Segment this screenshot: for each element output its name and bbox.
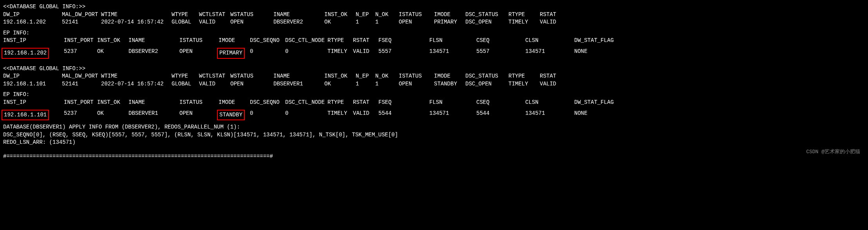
hdr-imode: IMODE bbox=[434, 11, 465, 19]
hdr-instport: INST_PORT bbox=[64, 37, 97, 45]
val-dscctl: 0 bbox=[285, 48, 327, 59]
val-imode: PRIMARY bbox=[434, 18, 465, 26]
val-rstat: VALID bbox=[353, 110, 378, 121]
hdr-dw-ip: DW_IP bbox=[3, 11, 62, 19]
val-dscseq: 0 bbox=[250, 110, 285, 121]
hdr-nok: N_OK bbox=[375, 11, 399, 19]
db-global-title-2: <<DATABASE GLOBAL INFO:>> bbox=[3, 65, 865, 73]
val-istatus: OPEN bbox=[399, 80, 434, 88]
hdr-iname: INAME bbox=[273, 72, 324, 80]
hdr-wtype: WTYPE bbox=[172, 72, 199, 80]
hdr-cseq: CSEQ bbox=[476, 99, 525, 107]
val-dscctl: 0 bbox=[285, 110, 327, 121]
highlight-box: 192.168.1.101 bbox=[2, 110, 49, 121]
val-wtime: 2022-07-14 16:57:42 bbox=[101, 80, 172, 88]
val-wstatus: OPEN bbox=[230, 18, 273, 26]
val-imode-highlighted: STANDBY bbox=[219, 110, 250, 121]
divider-line: #=======================================… bbox=[3, 153, 865, 161]
hdr-imode: IMODE bbox=[219, 37, 250, 45]
val-dscseq: 0 bbox=[250, 48, 285, 59]
hdr-mal: MAL_DW_PORT bbox=[62, 11, 101, 19]
val-rstat: VALID bbox=[353, 48, 378, 59]
val-nep: 1 bbox=[356, 18, 375, 26]
val-iname: DBSERVER2 bbox=[128, 48, 179, 59]
db-global-headers-2: DW_IP MAL_DW_PORT WTIME WTYPE WCTLSTAT W… bbox=[3, 72, 865, 80]
apply-info-line1: DATABASE(DBSERVER1) APPLY INFO FROM (DBS… bbox=[3, 123, 865, 131]
val-rtype: TIMELY bbox=[327, 48, 353, 59]
val-fseq: 5557 bbox=[378, 48, 429, 59]
val-clsn: 134571 bbox=[525, 48, 574, 59]
val-wstatus: OPEN bbox=[230, 80, 273, 88]
hdr-nep: N_EP bbox=[356, 72, 375, 80]
val-dw-ip: 192.168.1.101 bbox=[3, 80, 62, 88]
hdr-rtype: RTYPE bbox=[508, 72, 540, 80]
hdr-clsn: CLSN bbox=[525, 99, 574, 107]
hdr-rstat: RSTAT bbox=[540, 72, 567, 80]
db-global-values-1: 192.168.1.202 52141 2022-07-14 16:57:42 … bbox=[3, 18, 865, 26]
val-istatus: OPEN bbox=[179, 48, 219, 59]
highlight-box: STANDBY bbox=[217, 110, 245, 121]
hdr-wctl: WCTLSTAT bbox=[199, 11, 230, 19]
hdr-rtype: RTYPE bbox=[327, 37, 353, 45]
hdr-rstat: RSTAT bbox=[353, 37, 378, 45]
val-flsn: 134571 bbox=[429, 110, 476, 121]
hdr-instok: INST_OK bbox=[324, 11, 356, 19]
apply-info-line2: DSC_SEQNO[0], (RSEQ, SSEQ, KSEQ)[5557, 5… bbox=[3, 131, 865, 139]
hdr-rstat: RSTAT bbox=[353, 99, 378, 107]
val-rtype: TIMELY bbox=[508, 80, 540, 88]
hdr-wstatus: WSTATUS bbox=[230, 11, 273, 19]
ep-info-values-2: 192.168.1.101 5237 OK DBSERVER1 OPEN STA… bbox=[3, 110, 865, 121]
hdr-instok: INST_OK bbox=[97, 37, 128, 45]
ep-info-headers-2: INST_IP INST_PORT INST_OK INAME ISTATUS … bbox=[3, 99, 865, 107]
ep-info-title-2: EP INFO: bbox=[3, 91, 865, 99]
val-iname: DBSERVER1 bbox=[128, 110, 179, 121]
highlight-box: 192.168.1.202 bbox=[2, 48, 49, 59]
hdr-istatus: ISTATUS bbox=[399, 72, 434, 80]
hdr-rtype: RTYPE bbox=[327, 99, 353, 107]
ep-info-values-1: 192.168.1.202 5237 OK DBSERVER2 OPEN PRI… bbox=[3, 48, 865, 59]
hdr-wtype: WTYPE bbox=[172, 11, 199, 19]
hdr-instok: INST_OK bbox=[324, 72, 356, 80]
val-istatus: OPEN bbox=[179, 110, 219, 121]
val-instport: 5237 bbox=[64, 110, 97, 121]
hdr-iname: INAME bbox=[273, 11, 324, 19]
val-iname: DBSERVER1 bbox=[273, 80, 324, 88]
val-rtype: TIMELY bbox=[508, 18, 540, 26]
val-instip-highlighted: 192.168.1.202 bbox=[3, 48, 64, 59]
hdr-instip: INST_IP bbox=[3, 37, 64, 45]
db-global-title-1: <<DATABASE GLOBAL INFO:>> bbox=[3, 3, 865, 11]
hdr-iname: INAME bbox=[128, 37, 179, 45]
val-wctl: VALID bbox=[199, 80, 230, 88]
hdr-flsn: FLSN bbox=[429, 99, 476, 107]
hdr-instip: INST_IP bbox=[3, 99, 64, 107]
hdr-istatus: ISTATUS bbox=[179, 99, 219, 107]
hdr-flsn: FLSN bbox=[429, 37, 476, 45]
val-dsc: DSC_OPEN bbox=[465, 18, 508, 26]
hdr-rtype: RTYPE bbox=[508, 11, 540, 19]
hdr-wstatus: WSTATUS bbox=[230, 72, 273, 80]
hdr-clsn: CLSN bbox=[525, 37, 574, 45]
hdr-nep: N_EP bbox=[356, 11, 375, 19]
val-instport: 5237 bbox=[64, 48, 97, 59]
hdr-instport: INST_PORT bbox=[64, 99, 97, 107]
val-imode: STANDBY bbox=[434, 80, 465, 88]
hdr-fseq: FSEQ bbox=[378, 37, 429, 45]
hdr-wctl: WCTLSTAT bbox=[199, 72, 230, 80]
val-dsc: DSC_OPEN bbox=[465, 80, 508, 88]
val-nok: 1 bbox=[375, 80, 399, 88]
ep-info-headers-1: INST_IP INST_PORT INST_OK INAME ISTATUS … bbox=[3, 37, 865, 45]
val-rtype: TIMELY bbox=[327, 110, 353, 121]
hdr-dsc: DSC_STATUS bbox=[465, 11, 508, 19]
val-instok: OK bbox=[97, 110, 128, 121]
val-istatus: OPEN bbox=[399, 18, 434, 26]
hdr-dscctl: DSC_CTL_NODE bbox=[285, 37, 327, 45]
val-rstat: VALID bbox=[540, 18, 567, 26]
hdr-dsc: DSC_STATUS bbox=[465, 72, 508, 80]
val-instip-highlighted: 192.168.1.101 bbox=[3, 110, 64, 121]
hdr-istatus: ISTATUS bbox=[399, 11, 434, 19]
hdr-imode: IMODE bbox=[434, 72, 465, 80]
val-mal: 52141 bbox=[62, 18, 101, 26]
db-global-values-2: 192.168.1.101 52141 2022-07-14 16:57:42 … bbox=[3, 80, 865, 88]
hdr-imode: IMODE bbox=[219, 99, 250, 107]
hdr-dscseq: DSC_SEQNO bbox=[250, 37, 285, 45]
